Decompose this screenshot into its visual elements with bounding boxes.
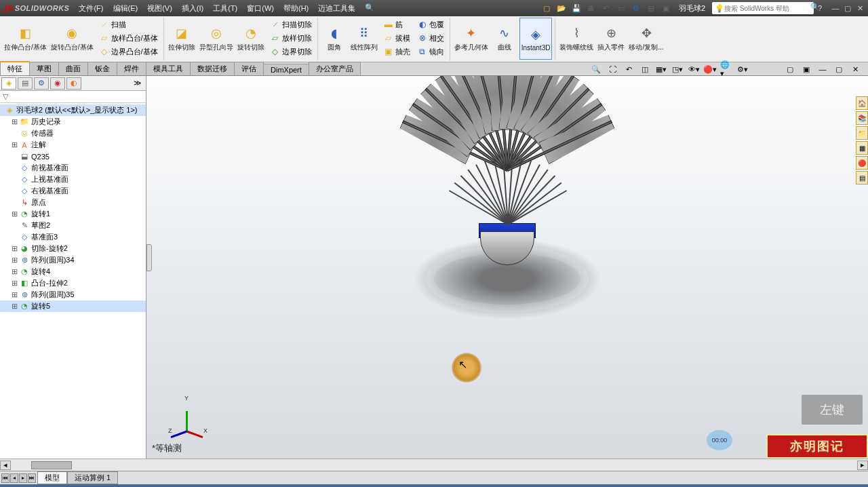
- tree-root[interactable]: ◈ 羽毛球2 (默认<<默认>_显示状态 1>): [0, 104, 146, 116]
- graphics-viewport[interactable]: 🏠 📚 📁 ▦ 🔴 ▤ ↖ Y X Z *等轴测 00:00: [146, 76, 868, 459]
- undo-button[interactable]: ↶: [600, 2, 612, 14]
- tab-weldment[interactable]: 焊件: [117, 62, 146, 75]
- viewport-close-button[interactable]: ✕: [849, 64, 861, 75]
- screen-button[interactable]: ▣: [660, 2, 672, 14]
- scroll-thumb[interactable]: [31, 461, 72, 469]
- feature-tree-tab[interactable]: ◈: [1, 77, 16, 90]
- zoom-area-button[interactable]: ⛶: [606, 64, 618, 75]
- tree-origin[interactable]: ↳原点: [0, 197, 146, 208]
- help-button[interactable]: ?: [814, 2, 826, 14]
- scene-button[interactable]: 🌐▾: [720, 64, 732, 75]
- scroll-right-button[interactable]: ▸: [857, 461, 868, 470]
- panel-splitter[interactable]: [146, 244, 152, 271]
- select-button[interactable]: ▭: [615, 2, 627, 14]
- tab-dimxpert[interactable]: DimXpert: [263, 64, 309, 75]
- shell-button[interactable]: ▣抽壳: [380, 45, 413, 58]
- hide-show-button[interactable]: 👁▾: [688, 64, 700, 75]
- menu-file[interactable]: 文件(F): [75, 2, 107, 15]
- loft-cut-button[interactable]: ▱放样切除: [267, 31, 315, 45]
- tree-top-plane[interactable]: ◇上视基准面: [0, 174, 146, 185]
- task-file-explorer[interactable]: 📁: [856, 126, 868, 140]
- tab-office[interactable]: 办公室产品: [309, 62, 361, 75]
- tree-history[interactable]: ⊞📁历史记录: [0, 116, 146, 128]
- tree-filter[interactable]: ▽: [0, 91, 146, 103]
- task-appearances[interactable]: 🔴: [856, 156, 868, 170]
- tab-evaluate[interactable]: 评估: [234, 62, 264, 75]
- tab-next-button[interactable]: ▸: [19, 473, 27, 483]
- extrude-boss-button[interactable]: ◧ 拉伸凸台/基体: [3, 18, 48, 60]
- tree-pattern35[interactable]: ⊞⊚阵列(圆周)35: [0, 289, 146, 300]
- view-orientation-button[interactable]: ▦▾: [655, 64, 667, 75]
- tab-features[interactable]: 特征: [0, 61, 30, 75]
- tab-datamigrate[interactable]: 数据迁移: [190, 62, 235, 75]
- tab-motion1[interactable]: 运动算例 1: [67, 471, 118, 484]
- cosmetic-thread-button[interactable]: ⌇ 装饰螺纹线: [558, 18, 595, 60]
- tab-prev-button[interactable]: ◂: [10, 473, 18, 483]
- options-button[interactable]: ▤: [645, 2, 657, 14]
- tree-plane3[interactable]: ◇基准面3: [0, 231, 146, 243]
- revolve-cut-button[interactable]: ◔ 旋转切除: [236, 18, 266, 60]
- tree-sensors[interactable]: ◎传感器: [0, 128, 146, 139]
- wrap-button[interactable]: ◐包覆: [414, 18, 447, 31]
- close-button[interactable]: ✕: [854, 3, 865, 13]
- boundary-button[interactable]: ◇边界凸台/基体: [96, 45, 161, 58]
- tab-first-button[interactable]: ⏮: [1, 473, 9, 483]
- section-view-button[interactable]: ◫: [639, 64, 651, 75]
- hole-wizard-button[interactable]: ◎ 异型孔向导: [198, 18, 235, 60]
- loft-button[interactable]: ▱放样凸台/基体: [96, 31, 161, 45]
- print-button[interactable]: 🖶: [585, 2, 597, 14]
- draft-button[interactable]: ▱拔模: [380, 31, 413, 45]
- search-input[interactable]: [724, 5, 810, 12]
- open-button[interactable]: 📂: [555, 2, 568, 14]
- fillet-button[interactable]: ◖ 圆角: [321, 18, 348, 60]
- task-resources[interactable]: 🏠: [856, 96, 868, 110]
- minimize-button[interactable]: —: [830, 3, 841, 13]
- tree-boss2[interactable]: ⊞◧凸台-拉伸2: [0, 277, 146, 289]
- task-custom-props[interactable]: ▤: [856, 171, 868, 184]
- viewport-single-button[interactable]: ▢: [784, 64, 796, 75]
- sweep-cut-button[interactable]: ⟋扫描切除: [267, 18, 315, 31]
- view-settings-button[interactable]: ⚙▾: [736, 64, 749, 75]
- tree-revolve4[interactable]: ⊞◔旋转4: [0, 266, 146, 277]
- appearance-button[interactable]: 🔴▾: [704, 64, 716, 75]
- tab-model[interactable]: 模型: [37, 471, 67, 484]
- menu-edit[interactable]: 编辑(E): [109, 2, 142, 15]
- tree-revolve1[interactable]: ⊞◔旋转1: [0, 208, 146, 220]
- tree-material[interactable]: ⬓Q235: [0, 151, 146, 162]
- zoom-fit-button[interactable]: 🔍: [590, 64, 602, 75]
- rib-button[interactable]: ▬筋: [380, 18, 413, 31]
- menu-view[interactable]: 视图(V): [143, 2, 176, 15]
- tree-front-plane[interactable]: ◇前视基准面: [0, 162, 146, 174]
- tree-cutrevolve2[interactable]: ⊞◕切除-旋转2: [0, 243, 146, 254]
- revolve-boss-button[interactable]: ◉ 旋转凸台/基体: [50, 18, 95, 60]
- property-tab[interactable]: ▤: [18, 77, 33, 90]
- tab-last-button[interactable]: ⏭: [28, 473, 36, 483]
- panel-collapse-button[interactable]: ≫: [131, 79, 144, 87]
- scroll-left-button[interactable]: ◂: [0, 461, 11, 470]
- intersect-button[interactable]: ⊗相交: [414, 31, 447, 45]
- curves-button[interactable]: ∿ 曲线: [491, 18, 518, 60]
- sweep-button[interactable]: ⟋扫描: [96, 18, 161, 31]
- maximize-button[interactable]: ▢: [842, 3, 853, 13]
- display-tab[interactable]: ◐: [66, 77, 81, 90]
- menu-search-icon[interactable]: 🔍: [361, 2, 378, 15]
- menu-insert[interactable]: 插入(I): [178, 2, 208, 15]
- display-style-button[interactable]: ◳▾: [671, 64, 684, 75]
- tab-sheetmetal[interactable]: 钣金: [87, 62, 117, 75]
- tree-right-plane[interactable]: ◇右视基准面: [0, 185, 146, 197]
- viewport-split-button[interactable]: ▣: [800, 64, 812, 75]
- tab-surface[interactable]: 曲面: [58, 62, 88, 75]
- viewport-min-button[interactable]: —: [816, 64, 829, 75]
- dimxpert-tab[interactable]: ◉: [50, 77, 65, 90]
- tree-pattern34[interactable]: ⊞⊚阵列(圆周)34: [0, 254, 146, 266]
- insert-part-button[interactable]: ⊕ 插入零件: [596, 18, 626, 60]
- extrude-cut-button[interactable]: ◪ 拉伸切除: [167, 18, 197, 60]
- prev-view-button[interactable]: ↶: [623, 64, 635, 75]
- new-button[interactable]: ▢: [540, 2, 553, 14]
- tree-annotations[interactable]: ⊞A注解: [0, 139, 146, 151]
- reference-geometry-button[interactable]: ✦ 参考几何体: [453, 18, 490, 60]
- viewport-max-button[interactable]: ▢: [833, 64, 845, 75]
- tree-hscroll[interactable]: ◂ ▸: [0, 459, 868, 471]
- menu-maidi[interactable]: 迈迪工具集: [314, 2, 359, 15]
- menu-help[interactable]: 帮助(H): [279, 2, 313, 15]
